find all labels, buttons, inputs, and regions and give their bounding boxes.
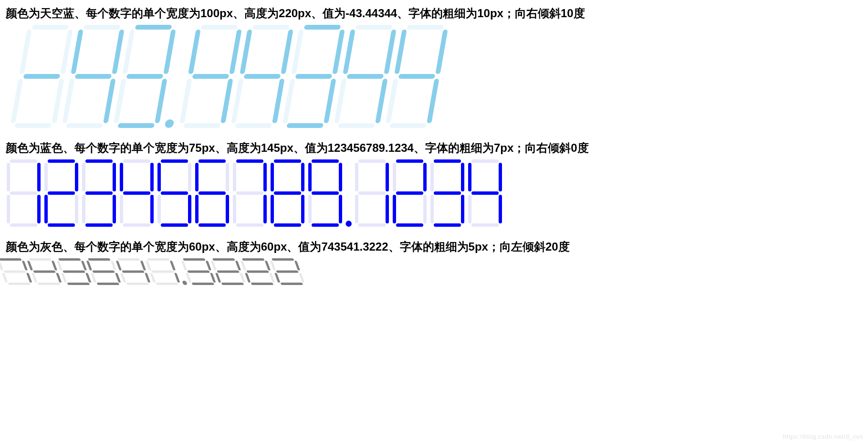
svg-rect-127 bbox=[358, 191, 386, 195]
svg-rect-20 bbox=[126, 74, 164, 79]
svg-rect-35 bbox=[244, 74, 281, 79]
example-2-display bbox=[6, 158, 862, 228]
svg-rect-152 bbox=[8, 283, 31, 285]
svg-rect-163 bbox=[58, 258, 81, 261]
svg-rect-11 bbox=[62, 79, 74, 123]
svg-rect-59 bbox=[37, 195, 41, 223]
svg-rect-36 bbox=[304, 25, 341, 30]
svg-rect-129 bbox=[423, 163, 427, 191]
svg-rect-84 bbox=[123, 191, 150, 195]
svg-rect-95 bbox=[199, 223, 226, 227]
svg-rect-154 bbox=[0, 261, 3, 271]
svg-rect-162 bbox=[33, 271, 56, 273]
digit-9 bbox=[307, 158, 343, 228]
digit-3 bbox=[81, 158, 117, 228]
svg-rect-109 bbox=[274, 223, 301, 227]
svg-rect-100 bbox=[263, 163, 267, 191]
svg-rect-69 bbox=[44, 163, 48, 191]
svg-rect-40 bbox=[282, 79, 295, 123]
svg-rect-96 bbox=[195, 195, 199, 223]
svg-rect-116 bbox=[312, 223, 339, 227]
svg-rect-126 bbox=[355, 163, 358, 191]
svg-rect-62 bbox=[7, 163, 10, 191]
svg-rect-92 bbox=[199, 159, 226, 163]
svg-rect-71 bbox=[85, 159, 113, 163]
svg-rect-78 bbox=[123, 159, 150, 163]
example-1: 颜色为天空蓝、每个数字的单个宽度为100px、高度为220px、值为-43.44… bbox=[6, 6, 862, 129]
svg-rect-132 bbox=[393, 195, 396, 223]
svg-rect-118 bbox=[308, 163, 312, 191]
svg-rect-205 bbox=[217, 271, 240, 273]
watermark: https://blog.csdn.net/d_cvn bbox=[783, 433, 863, 440]
svg-rect-51 bbox=[435, 30, 448, 74]
svg-rect-94 bbox=[226, 195, 229, 223]
svg-rect-28 bbox=[192, 74, 230, 79]
svg-rect-133 bbox=[393, 163, 396, 191]
svg-rect-124 bbox=[358, 223, 386, 227]
svg-rect-66 bbox=[75, 195, 78, 223]
svg-rect-61 bbox=[7, 195, 10, 223]
svg-rect-17 bbox=[117, 123, 155, 128]
svg-rect-180 bbox=[126, 283, 149, 285]
svg-rect-137 bbox=[461, 195, 464, 223]
example-2: 颜色为蓝色、每个数字的单个宽度为75px、高度为145px、值为12345678… bbox=[6, 140, 862, 228]
svg-rect-73 bbox=[113, 195, 116, 223]
digit-6 bbox=[194, 158, 230, 228]
svg-rect-125 bbox=[355, 195, 358, 223]
svg-rect-7 bbox=[84, 25, 121, 30]
svg-point-120 bbox=[345, 221, 352, 227]
svg-rect-206 bbox=[242, 258, 265, 261]
svg-rect-76 bbox=[82, 163, 85, 191]
svg-rect-169 bbox=[63, 271, 85, 273]
svg-rect-117 bbox=[308, 195, 312, 223]
svg-rect-110 bbox=[271, 195, 274, 223]
svg-rect-216 bbox=[280, 283, 303, 285]
svg-rect-155 bbox=[3, 271, 26, 273]
svg-rect-56 bbox=[398, 74, 436, 79]
svg-rect-18 bbox=[114, 79, 126, 123]
svg-rect-88 bbox=[161, 223, 188, 227]
digit-3 bbox=[429, 158, 465, 228]
svg-rect-46 bbox=[338, 123, 375, 128]
svg-rect-99 bbox=[236, 159, 263, 163]
svg-rect-22 bbox=[201, 25, 238, 30]
svg-rect-113 bbox=[312, 159, 339, 163]
svg-rect-4 bbox=[10, 79, 23, 123]
svg-rect-29 bbox=[252, 25, 290, 30]
example-2-caption: 颜色为蓝色、每个数字的单个宽度为75px、高度为145px、值为12345678… bbox=[6, 140, 862, 156]
svg-rect-134 bbox=[396, 191, 423, 195]
svg-rect-143 bbox=[499, 163, 502, 191]
svg-rect-199 bbox=[212, 258, 235, 261]
svg-rect-153 bbox=[2, 273, 8, 283]
svg-rect-101 bbox=[263, 195, 267, 223]
svg-rect-89 bbox=[157, 195, 161, 223]
svg-rect-64 bbox=[48, 159, 75, 163]
svg-rect-87 bbox=[188, 195, 191, 223]
svg-rect-114 bbox=[339, 163, 342, 191]
svg-rect-47 bbox=[334, 79, 346, 123]
svg-rect-65 bbox=[75, 163, 78, 191]
digit-1 bbox=[6, 158, 42, 228]
digit-8 bbox=[270, 158, 305, 228]
svg-point-21 bbox=[164, 119, 174, 128]
page: 颜色为天空蓝、每个数字的单个宽度为100px、高度为220px、值为-43.44… bbox=[0, 0, 868, 295]
svg-rect-57 bbox=[10, 159, 37, 163]
svg-rect-42 bbox=[295, 74, 333, 79]
svg-rect-3 bbox=[14, 123, 52, 128]
svg-rect-72 bbox=[113, 163, 116, 191]
svg-point-191 bbox=[182, 281, 188, 285]
svg-rect-142 bbox=[471, 159, 499, 163]
example-3-display bbox=[0, 257, 862, 286]
svg-rect-145 bbox=[471, 223, 499, 227]
svg-rect-60 bbox=[10, 223, 37, 227]
example-1-display bbox=[9, 24, 868, 129]
svg-rect-90 bbox=[157, 163, 161, 191]
svg-rect-212 bbox=[246, 271, 269, 273]
svg-rect-98 bbox=[199, 191, 226, 195]
svg-rect-112 bbox=[274, 191, 301, 195]
digit-4 bbox=[467, 158, 503, 228]
svg-rect-67 bbox=[48, 223, 75, 227]
svg-rect-123 bbox=[386, 195, 389, 223]
svg-rect-130 bbox=[423, 195, 427, 223]
example-3: 颜色为灰色、每个数字的单个宽度为60px、高度为60px、值为743541.32… bbox=[6, 239, 862, 286]
